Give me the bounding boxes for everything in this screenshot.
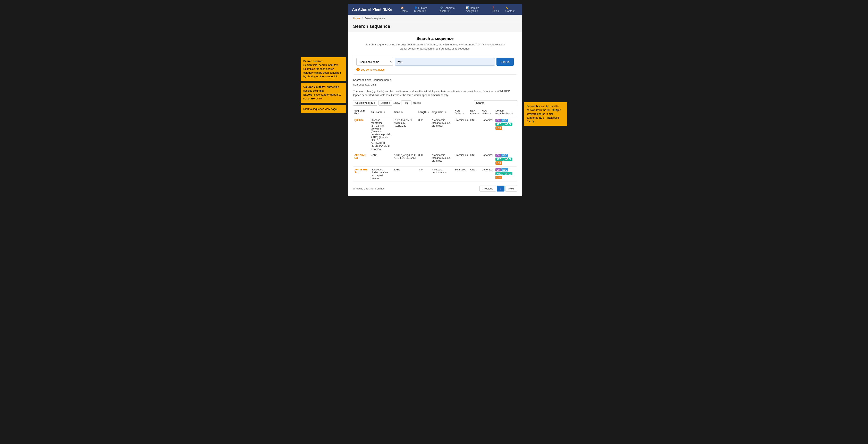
domain-badge-nbd[interactable]: NBD (501, 168, 508, 171)
search-field-select[interactable]: Sequence name UniprotKB ID Organism Doma… (356, 58, 393, 66)
seq-id-link[interactable]: Q38834 (354, 119, 363, 122)
cell-domain-org: CCNBDARC1ARC2LRR (494, 166, 517, 181)
navbar: An Atlas of Plant NLRs 🏠 Home 👤 Explore … (348, 4, 522, 15)
navbar-nav: 🏠 Home 👤 Explore Clusters ▾ 🔗 Generate c… (398, 4, 518, 15)
search-note: The search bar (right side) can be used … (353, 89, 517, 97)
nav-explore-clusters[interactable]: 👤 Explore Clusters ▾ (412, 4, 437, 15)
col-gene[interactable]: Gene ⇅ (393, 108, 417, 117)
domain-badge-cc[interactable]: CC (495, 168, 501, 171)
right-annotation: Search bar can be used to narrow down th… (522, 4, 567, 126)
nav-home[interactable]: 🏠 Home (398, 4, 411, 15)
col-seq-id[interactable]: Seq UKBID ⇅ (353, 108, 370, 117)
previous-button[interactable]: Previous (479, 185, 496, 192)
next-button[interactable]: Next (505, 185, 517, 192)
search-button[interactable]: Search (496, 58, 514, 66)
table-row: A0A7BVB G3ZAR1AXX17_At3g45230 AN1_LOCUS1… (353, 152, 517, 166)
domain-badge-arc2[interactable]: ARC2 (504, 123, 513, 126)
cell-domain-org: CCNBDARC1ARC2LRR (494, 152, 517, 166)
entries-input[interactable] (401, 100, 411, 105)
search-heading: Search a sequence (353, 36, 517, 41)
domain-badge-lrr[interactable]: LRR (495, 162, 502, 165)
searched-text: Searched text: zar1 (353, 82, 517, 87)
cell-domain-org: CCNBDARC1ARC2LRR (494, 117, 517, 152)
domain-badge-lrr[interactable]: LRR (495, 176, 502, 179)
nav-help[interactable]: ❓ Help ▾ (489, 4, 503, 15)
pagination: Previous 1 Next (479, 185, 517, 192)
cell-full-name: Nucleotide binding leucine rich repeat p… (370, 166, 393, 181)
search-result-info: Searched field: Sequence name Searched t… (353, 77, 517, 87)
cell-organism: Nicotiana benthamiana (431, 166, 454, 181)
show-entries: Show entries (394, 100, 421, 105)
column-visibility-button[interactable]: Column visibility ▾ (353, 100, 377, 106)
search-section: Search a sequence Search a sequence usin… (353, 36, 517, 50)
cell-length: 845 (417, 166, 431, 181)
search-input[interactable] (395, 58, 495, 66)
col-length[interactable]: Length ⇅ (417, 108, 431, 117)
breadcrumb-section: Home / Search sequence (348, 15, 522, 22)
nav-domain-analysis[interactable]: 📊 Domain Analysis ▾ (464, 4, 489, 15)
export-button[interactable]: Export ▾ (378, 100, 392, 106)
domain-badge-nbd[interactable]: NBD (501, 153, 508, 157)
cell-nlr-class: CNL (469, 166, 480, 181)
cell-nlr-order: Solanales (454, 166, 469, 181)
col-nlr-order[interactable]: NLROrder ⇅ (454, 108, 469, 117)
col-domain-org[interactable]: Domainorganization ⇅ (494, 108, 517, 117)
domain-badge-cc[interactable]: CC (495, 153, 501, 157)
search-annotation: Search section: Search field, search inp… (301, 57, 346, 80)
page-1-button[interactable]: 1 (497, 185, 504, 192)
breadcrumb-current: Search sequence (365, 17, 385, 20)
domain-badge-arc2[interactable]: ARC2 (504, 158, 513, 161)
cell-nlr-order: Brassicales (454, 152, 469, 166)
table-search-input[interactable] (487, 101, 515, 104)
col-nlr-status[interactable]: NLRstatus ⇅ (480, 108, 494, 117)
domain-badge-arc1[interactable]: ARC1 (495, 158, 504, 161)
domain-badge-lrr[interactable]: LRR (495, 127, 502, 130)
search-box: Sequence name UniprotKB ID Organism Doma… (353, 55, 517, 74)
left-annotations: Search section: Search field, search inp… (301, 4, 348, 113)
cell-gene: RPP13L4 ZAR1 At3g50950 F18B3.230 (393, 117, 417, 152)
breadcrumb-separator: / (362, 17, 363, 20)
cell-length: 850 (417, 152, 431, 166)
data-table: Seq UKBID ⇅ Full name ⇅ Gene ⇅ Length ⇅ … (353, 108, 517, 181)
table-body: Q38834Disease resistance RPP13-like prot… (353, 117, 517, 181)
table-controls: Column visibility ▾ Export ▾ Show entrie… (353, 100, 517, 106)
domain-badge-nbd[interactable]: NBD (501, 119, 508, 122)
cell-nlr-status: Canonical (480, 166, 494, 181)
breadcrumb: Home / Search sequence (353, 17, 517, 20)
cell-nlr-order: Brassicales (454, 117, 469, 152)
col-full-name[interactable]: Full name ⇅ (370, 108, 393, 117)
col-nlr-class[interactable]: NLRclass ⇅ (469, 108, 480, 117)
cell-full-name: ZAR1 (370, 152, 393, 166)
seq-id-link[interactable]: A0A7BVB G3 (354, 153, 366, 160)
cell-nlr-status: Canonical (480, 117, 494, 152)
cell-length: 852 (417, 117, 431, 152)
nav-contact[interactable]: ✏️ Contact (503, 4, 518, 15)
cell-full-name: Disease resistance RPP13-like protein 4 … (370, 117, 393, 152)
showing-info: Showing 1 to 3 of 3 entries (353, 187, 385, 190)
table-search-bar: Search: (474, 100, 517, 105)
link-annotation: Link to sequence view page. (301, 105, 346, 113)
nav-generate-cluster[interactable]: 🔗 Generate cluster ⊕ (437, 4, 464, 15)
cell-seq-id: Q38834 (353, 117, 370, 152)
cell-gene: AXX17_At3g45230 AN1_LOCUS15455 (393, 152, 417, 166)
navbar-brand: An Atlas of Plant NLRs (352, 7, 392, 12)
col-organism[interactable]: Organism ⇅ (431, 108, 454, 117)
main-content: An Atlas of Plant NLRs 🏠 Home 👤 Explore … (348, 4, 522, 196)
cell-seq-id: A0A38SHB S4 (353, 166, 370, 181)
domain-badge-arc1[interactable]: ARC1 (495, 123, 504, 126)
examples-link[interactable]: ? See some examples (356, 68, 385, 71)
seq-id-link[interactable]: A0A38SHB S4 (354, 168, 368, 174)
breadcrumb-home[interactable]: Home (353, 17, 360, 20)
domain-badge-cc[interactable]: CC (495, 119, 501, 122)
searched-field-text: Searched field: Sequence name (353, 77, 517, 82)
page-title: Search sequence (353, 24, 517, 29)
examples-row: ? See some examples (356, 68, 514, 71)
cell-nlr-class: CNL (469, 152, 480, 166)
cell-organism: Arabidopsis thaliana (Mouse-ear cress) (431, 152, 454, 166)
domain-badge-arc2[interactable]: ARC2 (504, 172, 513, 175)
table-header-row: Seq UKBID ⇅ Full name ⇅ Gene ⇅ Length ⇅ … (353, 108, 517, 117)
cell-gene: ZAR1 (393, 166, 417, 181)
search-description: Search a sequence using the UniprotKB ID… (363, 42, 507, 50)
column-annotation: Column visibility : show/hide specific c… (301, 83, 346, 103)
domain-badge-arc1[interactable]: ARC1 (495, 172, 504, 175)
